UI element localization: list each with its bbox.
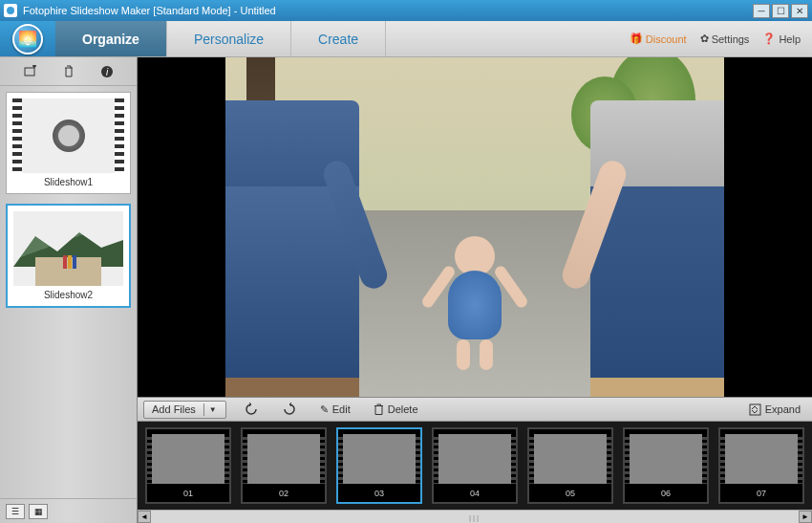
frame-number: 01 [147,489,229,502]
slideshow-thumb-icon [13,211,123,286]
tab-create[interactable]: Create [291,21,386,56]
brand-icon: 🌅 [12,24,43,54]
slideshow-thumb-icon [12,98,124,173]
frame-item[interactable]: 06 [623,427,709,504]
add-files-button[interactable]: Add Files ▼ [143,401,226,419]
frame-number: 03 [338,489,420,502]
discount-button[interactable]: 🎁 Discount [630,33,687,45]
frame-thumb [534,434,607,484]
app-logo-icon [4,4,17,17]
sidebar: i Slideshow1 Slideshow2 ☰ ▦ [0,57,138,523]
info-button[interactable]: i [99,64,115,79]
frame-item[interactable]: 01 [145,427,231,504]
filmstrip: 01 02 03 04 05 [138,422,812,510]
rotate-right-icon [282,403,297,416]
tab-organize[interactable]: Organize [55,21,167,56]
frame-number: 05 [529,489,611,502]
brand-badge: 🌅 [0,21,55,56]
slideshow-item[interactable]: Slideshow2 [6,204,131,308]
rotate-left-icon [244,403,259,416]
rotate-left-button[interactable] [238,401,265,418]
gift-icon: 🎁 [630,33,643,45]
frame-item[interactable]: 04 [432,427,518,504]
frame-thumb [630,434,702,484]
sidebar-toolbar: i [0,57,137,86]
titlebar: Fotophire Slideshow Maker [Standard Mode… [0,0,812,21]
expand-button[interactable]: Expand [743,402,806,418]
frame-thumb [152,434,224,484]
pencil-icon: ✎ [320,403,329,416]
frame-number: 02 [243,489,325,502]
view-grid-button[interactable]: ▦ [29,504,48,519]
maximize-button[interactable]: ☐ [772,4,789,18]
frame-item[interactable]: 07 [718,427,804,504]
help-icon: ❓ [762,33,776,45]
frame-item[interactable]: 05 [527,427,613,504]
chevron-down-icon[interactable]: ▼ [203,403,222,416]
rotate-right-button[interactable] [276,401,303,418]
frame-item[interactable]: 03 [336,427,422,504]
delete-slideshow-button[interactable] [61,64,76,79]
minimize-button[interactable]: ─ [753,4,770,18]
slideshow-item[interactable]: Slideshow1 [6,92,131,194]
frame-number: 04 [434,489,516,502]
window-title: Fotophire Slideshow Maker [Standard Mode… [23,5,276,16]
help-button[interactable]: ❓ Help [762,33,801,45]
frame-thumb [343,434,416,484]
slideshow-list: Slideshow1 Slideshow2 [0,86,137,498]
expand-icon [749,403,761,416]
scroll-grip-icon: ||| [469,513,481,522]
content-area: Add Files ▼ ✎ Edit Delete Expand [138,57,812,523]
slideshow-label: Slideshow2 [13,290,123,300]
scroll-left-button[interactable]: ◄ [138,511,151,523]
settings-button[interactable]: ✿ Settings [700,33,750,45]
horizontal-scrollbar[interactable]: ◄ ||| ► [138,510,812,523]
main-tabs: Organize Personalize Create [55,21,386,56]
frame-number: 06 [625,489,707,502]
frame-thumb [438,434,511,484]
frame-thumb [725,434,798,484]
edit-button[interactable]: ✎ Edit [314,402,356,418]
view-list-button[interactable]: ☰ [6,504,25,519]
frame-thumb [247,434,320,484]
delete-button[interactable]: Delete [368,402,424,418]
add-slideshow-button[interactable] [23,64,38,79]
frame-number: 07 [720,489,802,502]
trash-icon [374,403,384,416]
preview-pane [138,57,812,397]
tab-personalize[interactable]: Personalize [167,21,291,56]
svg-rect-4 [750,404,760,415]
svg-rect-1 [25,68,34,76]
close-button[interactable]: ✕ [791,4,808,18]
svg-point-0 [7,7,14,14]
header: 🌅 Organize Personalize Create 🎁 Discount… [0,21,812,57]
frame-item[interactable]: 02 [241,427,327,504]
slideshow-label: Slideshow1 [12,177,124,187]
action-bar: Add Files ▼ ✎ Edit Delete Expand [138,397,812,422]
gear-icon: ✿ [700,33,709,45]
preview-image [225,57,724,397]
scroll-right-button[interactable]: ► [799,511,812,523]
sidebar-footer: ☰ ▦ [0,498,137,523]
